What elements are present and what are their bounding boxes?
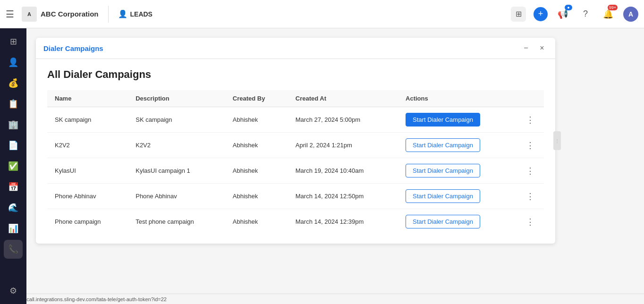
start-dialer-campaign-button[interactable]: Start Dialer Campaign [406, 113, 480, 127]
sidebar-item-analytics[interactable]: 📊 [4, 219, 23, 238]
table-row: Phone campaign Test phone campaign Abhis… [47, 209, 544, 235]
cell-name: Phone campaign [47, 209, 128, 235]
documents-icon: 📄 [8, 140, 18, 151]
add-button[interactable]: + [534, 7, 548, 21]
sidebar-item-deals[interactable]: 💰 [4, 74, 23, 93]
analytics-icon: 📊 [8, 223, 18, 234]
dashboard-icon: ⊞ [10, 36, 17, 47]
sidebar-item-companies[interactable]: 🏢 [4, 115, 23, 134]
navbar-left: ☰ A ABC Corporation 👤 LEADS [6, 6, 153, 23]
deals-icon: 💰 [8, 78, 18, 88]
table-row: K2V2 K2V2 Abhishek April 2, 2024 1:21pm … [47, 133, 544, 158]
table-row: SK campaign SK campaign Abhishek March 2… [47, 107, 544, 133]
cell-created-at: March 19, 2024 10:40am [288, 158, 398, 184]
campaigns-table: Name Description Created By Created At A… [47, 90, 544, 234]
table-body: SK campaign SK campaign Abhishek March 2… [47, 107, 544, 235]
panel-body: All Dialer Campaigns Name Description Cr… [36, 59, 555, 244]
cell-created-by: Abhishek [225, 158, 288, 184]
more-options-button[interactable]: ⋮ [524, 114, 536, 126]
grid-view-button[interactable]: ⊞ [511, 7, 526, 22]
sidebar-item-documents[interactable]: 📄 [4, 136, 23, 155]
sidebar-item-flows[interactable]: 🌊 [4, 198, 23, 217]
more-options-button[interactable]: ⋮ [524, 216, 536, 228]
leads-section: 👤 LEADS [118, 9, 153, 18]
table-header-row: Name Description Created By Created At A… [47, 90, 544, 107]
actions-cell: Start Dialer Campaign [406, 164, 509, 177]
contacts-icon: 👤 [8, 57, 18, 68]
cell-more: ⋮ [517, 209, 544, 235]
sidebar-item-reports[interactable]: 📋 [4, 94, 23, 113]
col-created-by: Created By [225, 90, 288, 107]
more-options-button[interactable]: ⋮ [524, 190, 536, 203]
resize-handle[interactable]: ⋮ [553, 131, 561, 150]
megaphone-button[interactable]: 📢 ● [555, 7, 570, 22]
table-row: Phone Abhinav Phone Abhinav Abhishek Mar… [47, 184, 544, 209]
col-more [517, 90, 544, 107]
module-label: LEADS [130, 10, 153, 18]
brand-name: ABC Corporation [41, 10, 99, 18]
cell-actions: Start Dialer Campaign [398, 133, 517, 158]
flows-icon: 🌊 [8, 203, 18, 213]
col-description: Description [128, 90, 225, 107]
cell-created-at: March 14, 2024 12:39pm [288, 209, 398, 235]
help-button[interactable]: ? [578, 7, 593, 22]
start-dialer-campaign-button[interactable]: Start Dialer Campaign [406, 189, 480, 203]
sidebar-item-contacts[interactable]: 👤 [4, 53, 23, 72]
megaphone-badge: ● [565, 5, 572, 10]
table-row: KylasUI KylasUI campaign 1 Abhishek Marc… [47, 158, 544, 184]
col-created-at: Created At [288, 90, 398, 107]
more-options-button[interactable]: ⋮ [524, 165, 536, 177]
navbar-right: ⊞ + 📢 ● ? 🔔 99+ A [511, 7, 638, 22]
more-options-button[interactable]: ⋮ [524, 139, 536, 152]
sidebar-item-dashboard[interactable]: ⊞ [4, 32, 23, 51]
statusbar: https://qa.call.integrations.sling-dev.c… [0, 294, 644, 304]
companies-icon: 🏢 [8, 119, 18, 130]
start-dialer-campaign-button[interactable]: Start Dialer Campaign [406, 215, 480, 228]
cell-more: ⋮ [517, 133, 544, 158]
sidebar-item-calendar[interactable]: 📅 [4, 177, 23, 196]
calendar-icon: 📅 [8, 182, 18, 192]
start-dialer-campaign-button[interactable]: Start Dialer Campaign [406, 138, 480, 152]
cell-created-by: Abhishek [225, 107, 288, 133]
cell-actions: Start Dialer Campaign [398, 184, 517, 209]
cell-name: K2V2 [47, 133, 128, 158]
person-icon: 👤 [118, 9, 127, 18]
cell-more: ⋮ [517, 184, 544, 209]
cell-created-at: April 2, 2024 1:21pm [288, 133, 398, 158]
table-header: Name Description Created By Created At A… [47, 90, 544, 107]
start-dialer-campaign-button[interactable]: Start Dialer Campaign [406, 164, 480, 177]
dialer-campaigns-panel: Dialer Campaigns − × All Dialer Campaign… [36, 38, 555, 244]
panel-heading: All Dialer Campaigns [47, 68, 544, 81]
actions-cell: Start Dialer Campaign [406, 138, 509, 152]
bell-icon: 🔔 [603, 9, 613, 19]
cell-actions: Start Dialer Campaign [398, 209, 517, 235]
brand-logo: A [22, 7, 37, 22]
panel-title: Dialer Campaigns [43, 44, 103, 52]
cell-created-at: March 27, 2024 5:00pm [288, 107, 398, 133]
help-icon: ? [583, 9, 588, 19]
actions-cell: Start Dialer Campaign [406, 113, 509, 127]
grid-icon: ⊞ [516, 9, 522, 18]
settings-icon: ⚙ [9, 286, 17, 296]
notification-button[interactable]: 🔔 99+ [601, 7, 616, 22]
cell-created-by: Abhishek [225, 184, 288, 209]
tasks-icon: ✅ [8, 161, 18, 171]
sidebar-item-calls[interactable]: 📞 [4, 240, 23, 259]
hamburger-icon[interactable]: ☰ [6, 8, 14, 20]
cell-more: ⋮ [517, 107, 544, 133]
minimize-button[interactable]: − [520, 42, 532, 54]
cell-actions: Start Dialer Campaign [398, 158, 517, 184]
cell-created-at: March 14, 2024 12:50pm [288, 184, 398, 209]
status-url: https://qa.call.integrations.sling-dev.c… [4, 296, 167, 302]
cell-created-by: Abhishek [225, 209, 288, 235]
cell-description: Phone Abhinav [128, 184, 225, 209]
cell-name: SK campaign [47, 107, 128, 133]
close-button[interactable]: × [536, 42, 548, 54]
main-content: Dialer Campaigns − × All Dialer Campaign… [26, 28, 644, 304]
notification-badge: 99+ [608, 5, 618, 10]
avatar[interactable]: A [623, 7, 638, 22]
cell-created-by: Abhishek [225, 133, 288, 158]
col-actions: Actions [398, 90, 517, 107]
sidebar-item-settings[interactable]: ⚙ [4, 281, 23, 300]
sidebar-item-tasks[interactable]: ✅ [4, 157, 23, 176]
